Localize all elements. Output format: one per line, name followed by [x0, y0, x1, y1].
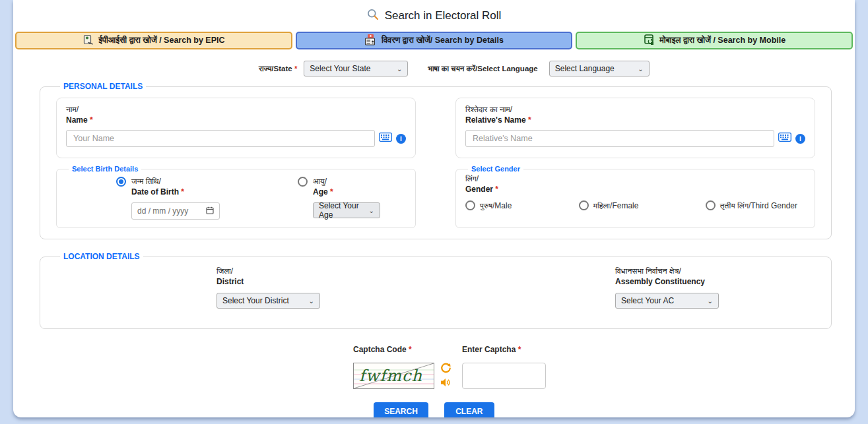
name-label-hindi: नाम/ — [66, 105, 406, 114]
epic-card-icon — [83, 34, 94, 47]
name-input[interactable] — [66, 130, 375, 147]
male-label: पुरुष/Male — [480, 201, 512, 210]
birth-details-section: Select Birth Details जन्म तिथि/ Date of … — [56, 165, 416, 228]
district-label: District — [217, 277, 320, 286]
clear-button[interactable]: CLEAR — [444, 402, 494, 417]
relative-name-input[interactable] — [465, 130, 774, 147]
state-language-row: राज्य/State * Select Your State ⌄ भाषा क… — [259, 61, 855, 76]
gender-label: Gender * — [465, 185, 807, 194]
mobile-icon — [643, 34, 655, 47]
captcha-section: Captcha Code * Enter Captcha * fwfmch — [353, 345, 855, 389]
required-asterisk: * — [90, 115, 93, 125]
dob-radio[interactable] — [116, 177, 126, 187]
date-of-birth-input[interactable]: dd / mm / yyyy — [131, 202, 220, 220]
captcha-code-label: Captcha Code * — [353, 345, 462, 354]
personal-details-legend: PERSONAL DETAILS — [60, 82, 146, 91]
chevron-down-icon: ⌄ — [638, 65, 643, 73]
action-buttons: SEARCH CLEAR — [13, 402, 855, 417]
name-label: Name * — [66, 115, 406, 125]
language-select-value: Select Language — [555, 64, 615, 73]
enter-captcha-label: Enter Captcha * — [462, 345, 521, 354]
dob-label: Date of Birth * — [131, 187, 184, 197]
location-details-section: LOCATION DETAILS जिला/ District Select Y… — [40, 252, 832, 329]
gender-option-third-gender[interactable]: तृतीय लिंग/Third Gender — [706, 200, 797, 210]
gender-section: Select Gender लिंग/ Gender * पुरुष/Male … — [455, 165, 815, 228]
dob-label-hindi: जन्म तिथि/ — [131, 177, 184, 186]
state-label: राज्य/State * — [259, 65, 297, 73]
age-label-hindi: आयु/ — [313, 177, 333, 186]
info-icon[interactable]: i — [795, 134, 805, 144]
captcha-code-text: fwfmch — [359, 367, 422, 385]
age-select[interactable]: Select Your Age ⌄ — [313, 202, 380, 218]
required-asterisk: * — [518, 345, 521, 354]
page-title: Search in Electoral Roll — [385, 9, 502, 22]
third-gender-radio[interactable] — [706, 200, 716, 210]
required-asterisk: * — [330, 187, 333, 197]
district-label-hindi: जिला/ — [217, 266, 320, 276]
required-asterisk: * — [181, 187, 184, 197]
state-select[interactable]: Select Your State ⌄ — [304, 61, 408, 76]
age-radio[interactable] — [298, 177, 308, 187]
personal-details-section: PERSONAL DETAILS नाम/ Name * — [40, 82, 832, 239]
chevron-down-icon: ⌄ — [369, 207, 374, 214]
keyboard-icon[interactable] — [778, 133, 791, 144]
page-header: Search in Electoral Roll — [13, 0, 855, 23]
tab-search-by-mobile[interactable]: मोबाइल द्वारा खोजें / Search by Mobile — [576, 32, 853, 49]
calendar-icon[interactable] — [206, 206, 214, 216]
search-icon — [367, 9, 379, 23]
required-asterisk: * — [528, 115, 531, 125]
captcha-refresh-icon[interactable] — [440, 363, 451, 376]
assembly-constituency-select[interactable]: Select Your AC ⌄ — [615, 293, 719, 309]
birth-details-legend: Select Birth Details — [69, 165, 141, 173]
ac-label: Assembly Constituency — [615, 277, 719, 286]
female-radio[interactable] — [579, 200, 589, 210]
age-select-value: Select Your Age — [319, 201, 369, 220]
chevron-down-icon: ⌄ — [309, 297, 314, 305]
keyboard-icon[interactable] — [379, 133, 392, 144]
tab-label: मोबाइल द्वारा खोजें / Search by Mobile — [659, 36, 785, 45]
location-details-legend: LOCATION DETAILS — [60, 252, 143, 261]
name-field-box: नाम/ Name * — [56, 98, 416, 158]
relative-label-hindi: रिश्तेदार का नाम/ — [465, 105, 805, 114]
date-placeholder: dd / mm / yyyy — [137, 206, 188, 216]
language-label: भाषा का चयन करें/Select Language — [428, 65, 537, 73]
chevron-down-icon: ⌄ — [708, 297, 713, 305]
chevron-down-icon: ⌄ — [397, 65, 402, 73]
search-button[interactable]: SEARCH — [374, 402, 428, 417]
gender-option-female[interactable]: महिला/Female — [579, 200, 639, 210]
search-mode-tabs: ईपीआईसी द्वारा खोजें / Search by EPIC वि… — [15, 32, 853, 49]
required-asterisk: * — [495, 185, 498, 194]
ac-label-hindi: विधानसभा निर्वाचन क्षेत्र/ — [615, 266, 719, 276]
third-gender-label: तृतीय लिंग/Third Gender — [720, 201, 797, 210]
captcha-image: fwfmch — [353, 363, 434, 389]
tab-label: ईपीआईसी द्वारा खोजें / Search by EPIC — [98, 36, 224, 45]
ac-select-value: Select Your AC — [621, 296, 674, 305]
language-select[interactable]: Select Language ⌄ — [549, 61, 650, 76]
gender-legend: Select Gender — [468, 165, 523, 173]
tab-search-by-details[interactable]: विवरण द्वारा खोजें/ Search by Details — [296, 32, 573, 49]
required-asterisk: * — [294, 65, 297, 73]
required-asterisk: * — [409, 345, 412, 354]
female-label: महिला/Female — [593, 201, 639, 210]
age-label: Age * — [313, 187, 333, 197]
relative-label: Relative's Name * — [465, 115, 805, 125]
district-select-value: Select Your District — [222, 296, 289, 305]
district-select[interactable]: Select Your District ⌄ — [217, 293, 320, 309]
gender-option-male[interactable]: पुरुष/Male — [465, 200, 512, 210]
relative-name-field-box: रिश्तेदार का नाम/ Relative's Name * — [455, 98, 815, 158]
state-select-value: Select Your State — [310, 64, 370, 73]
captcha-input[interactable] — [462, 363, 546, 389]
tab-label: विवरण द्वारा खोजें/ Search by Details — [382, 36, 504, 45]
male-radio[interactable] — [465, 200, 475, 210]
details-card-icon — [364, 34, 377, 48]
info-icon[interactable]: i — [396, 134, 406, 144]
tab-search-by-epic[interactable]: ईपीआईसी द्वारा खोजें / Search by EPIC — [15, 32, 292, 49]
main-panel: Search in Electoral Roll ईपीआईसी द्वारा … — [13, 0, 855, 417]
gender-label-hindi: लिंग/ — [465, 174, 807, 183]
captcha-audio-icon[interactable] — [440, 378, 451, 389]
